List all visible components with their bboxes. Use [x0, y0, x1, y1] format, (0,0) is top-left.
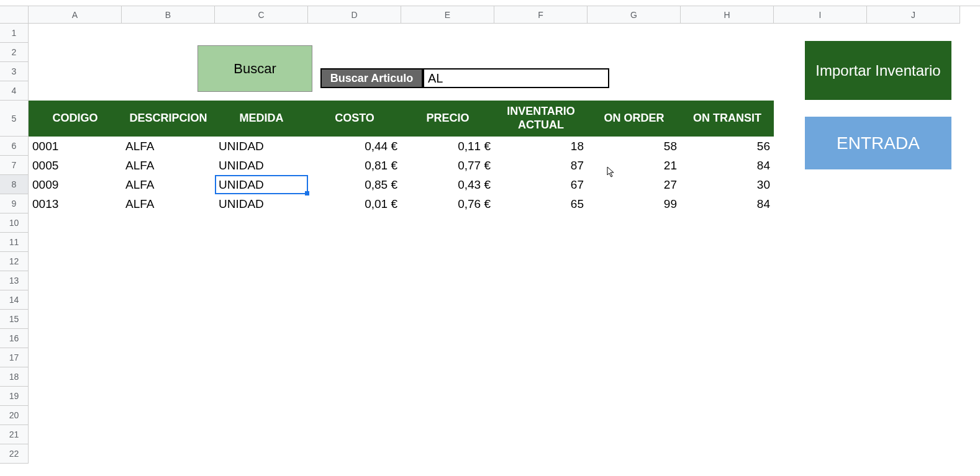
search-label: Buscar Articulo — [320, 68, 423, 88]
row-header-14[interactable]: 14 — [0, 290, 28, 310]
row-header-6[interactable]: 6 — [0, 137, 28, 156]
data-rows: 0001ALFAUNIDAD0,44 €0,11 €1858560005ALFA… — [29, 137, 774, 213]
row-headers: 12345678910111213141516171819202122 — [0, 24, 29, 464]
table-header-cell[interactable]: PRECIO — [401, 101, 494, 137]
cell-ontransit[interactable]: 84 — [681, 194, 774, 213]
cell-codigo[interactable]: 0005 — [29, 156, 122, 175]
cells-area[interactable]: Buscar Buscar Articulo AL Importar Inven… — [29, 24, 980, 476]
column-header-E[interactable]: E — [401, 6, 494, 23]
search-input[interactable]: AL — [423, 68, 609, 88]
cell-desc[interactable]: ALFA — [122, 175, 215, 194]
column-headers: ABCDEFGHIJ — [29, 6, 960, 24]
cell-inv[interactable]: 67 — [494, 175, 588, 194]
column-header-D[interactable]: D — [308, 6, 401, 23]
cell-onorder[interactable]: 58 — [588, 137, 681, 156]
cell-codigo[interactable]: 0001 — [29, 137, 122, 156]
cell-costo[interactable]: 0,01 € — [308, 194, 401, 213]
table-header-cell[interactable]: MEDIDA — [215, 101, 308, 137]
row-header-10[interactable]: 10 — [0, 213, 28, 233]
column-header-J[interactable]: J — [867, 6, 960, 23]
table-header-cell[interactable]: ON TRANSIT — [681, 101, 774, 137]
column-header-G[interactable]: G — [588, 6, 681, 23]
cell-onorder[interactable]: 21 — [588, 156, 681, 175]
cell-costo[interactable]: 0,44 € — [308, 137, 401, 156]
table-row: 0013ALFAUNIDAD0,01 €0,76 €659984 — [29, 194, 774, 213]
row-header-1[interactable]: 1 — [0, 24, 28, 43]
spreadsheet-grid: ABCDEFGHIJ 12345678910111213141516171819… — [0, 6, 980, 476]
row-header-12[interactable]: 12 — [0, 252, 28, 271]
cell-precio[interactable]: 0,76 € — [401, 194, 494, 213]
column-header-A[interactable]: A — [29, 6, 122, 23]
cell-codigo[interactable]: 0013 — [29, 194, 122, 213]
buscar-button[interactable]: Buscar — [197, 45, 312, 92]
row-header-8[interactable]: 8 — [0, 175, 28, 194]
row-header-13[interactable]: 13 — [0, 271, 28, 290]
cell-onorder[interactable]: 27 — [588, 175, 681, 194]
table-header-cell[interactable]: COSTO — [308, 101, 401, 137]
column-header-C[interactable]: C — [215, 6, 308, 23]
cell-medida[interactable]: UNIDAD — [215, 137, 308, 156]
table-row: 0009ALFAUNIDAD0,85 €0,43 €672730 — [29, 175, 774, 194]
row-header-7[interactable]: 7 — [0, 156, 28, 175]
cell-costo[interactable]: 0,81 € — [308, 156, 401, 175]
row-header-17[interactable]: 17 — [0, 348, 28, 367]
cell-medida[interactable]: UNIDAD — [215, 156, 308, 175]
cell-medida[interactable]: UNIDAD — [215, 175, 308, 194]
row-header-2[interactable]: 2 — [0, 43, 28, 62]
cell-onorder[interactable]: 99 — [588, 194, 681, 213]
cell-precio[interactable]: 0,11 € — [401, 137, 494, 156]
row-header-11[interactable]: 11 — [0, 233, 28, 252]
formula-bar[interactable] — [0, 0, 980, 6]
cell-ontransit[interactable]: 84 — [681, 156, 774, 175]
row-header-22[interactable]: 22 — [0, 444, 28, 464]
cell-inv[interactable]: 87 — [494, 156, 588, 175]
column-header-B[interactable]: B — [122, 6, 215, 23]
column-header-F[interactable]: F — [494, 6, 588, 23]
select-all-corner[interactable] — [0, 6, 29, 24]
table-header-cell[interactable]: CODIGO — [29, 101, 122, 137]
cell-medida[interactable]: UNIDAD — [215, 194, 308, 213]
cell-ontransit[interactable]: 56 — [681, 137, 774, 156]
row-header-19[interactable]: 19 — [0, 387, 28, 406]
table-header-cell[interactable]: DESCRIPCION — [122, 101, 215, 137]
row-header-20[interactable]: 20 — [0, 406, 28, 425]
cell-ontransit[interactable]: 30 — [681, 175, 774, 194]
table-header-cell[interactable]: ON ORDER — [588, 101, 681, 137]
entrada-button-label: ENTRADA — [837, 133, 920, 153]
row-header-4[interactable]: 4 — [0, 81, 28, 101]
table-row: 0001ALFAUNIDAD0,44 €0,11 €185856 — [29, 137, 774, 156]
column-header-I[interactable]: I — [774, 6, 867, 23]
column-header-H[interactable]: H — [681, 6, 774, 23]
row-header-16[interactable]: 16 — [0, 329, 28, 348]
row-header-3[interactable]: 3 — [0, 62, 28, 81]
cell-inv[interactable]: 65 — [494, 194, 588, 213]
cell-inv[interactable]: 18 — [494, 137, 588, 156]
importar-inventario-button[interactable]: Importar Inventario — [805, 41, 951, 100]
cell-desc[interactable]: ALFA — [122, 194, 215, 213]
entrada-button[interactable]: ENTRADA — [805, 117, 951, 169]
row-header-21[interactable]: 21 — [0, 425, 28, 444]
search-input-value: AL — [428, 71, 443, 86]
cell-costo[interactable]: 0,85 € — [308, 175, 401, 194]
table-header-row: CODIGODESCRIPCIONMEDIDACOSTOPRECIOINVENT… — [29, 101, 774, 137]
row-header-9[interactable]: 9 — [0, 194, 28, 213]
importar-button-label: Importar Inventario — [815, 61, 940, 80]
row-header-5[interactable]: 5 — [0, 101, 28, 137]
cell-desc[interactable]: ALFA — [122, 137, 215, 156]
cell-precio[interactable]: 0,77 € — [401, 156, 494, 175]
cell-codigo[interactable]: 0009 — [29, 175, 122, 194]
buscar-button-label: Buscar — [234, 61, 276, 77]
row-header-15[interactable]: 15 — [0, 310, 28, 329]
cell-precio[interactable]: 0,43 € — [401, 175, 494, 194]
row-header-18[interactable]: 18 — [0, 367, 28, 387]
cell-desc[interactable]: ALFA — [122, 156, 215, 175]
table-row: 0005ALFAUNIDAD0,81 €0,77 €872184 — [29, 156, 774, 175]
table-header-cell[interactable]: INVENTARIO ACTUAL — [494, 101, 588, 137]
